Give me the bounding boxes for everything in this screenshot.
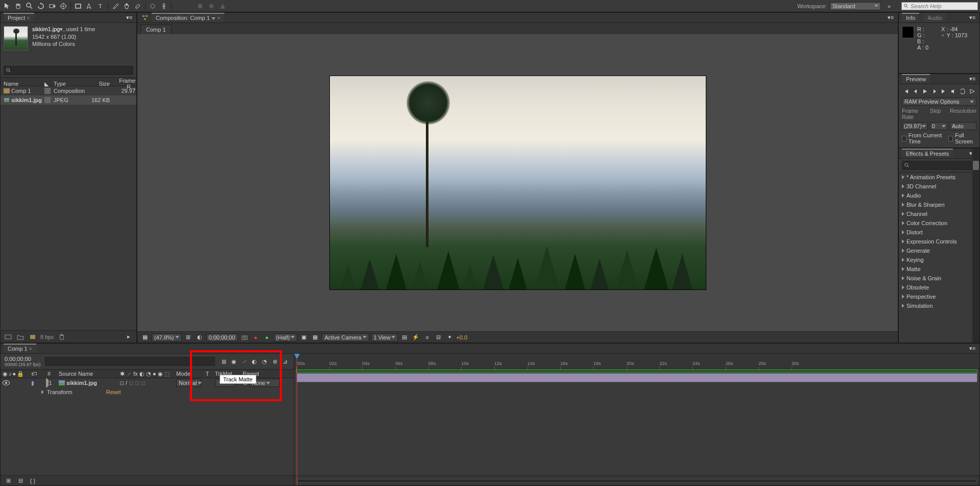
project-row-comp[interactable]: Comp 1 Composition 29.97	[1, 86, 136, 95]
effect-category-item[interactable]: Obsolete	[899, 283, 979, 292]
framerate-input[interactable]: (29.97)	[902, 122, 928, 130]
workspace-menu-icon[interactable]: »	[884, 2, 894, 11]
comp-mini-flowchart-icon[interactable]: ⊞	[219, 357, 228, 366]
motion-blur-icon[interactable]: ◔	[260, 357, 269, 366]
panel-menu-icon[interactable]: ▾≡	[125, 14, 133, 21]
preview-tab[interactable]: Preview	[902, 74, 930, 83]
transparency-grid-icon[interactable]: ▦	[310, 333, 320, 342]
effect-category-item[interactable]: Generate	[899, 246, 979, 255]
playhead[interactable]	[297, 354, 297, 485]
tool-option-2[interactable]	[206, 2, 217, 11]
rotation-tool[interactable]	[36, 2, 46, 11]
tool-option-3[interactable]	[218, 2, 228, 11]
eye-icon[interactable]	[3, 380, 10, 385]
panel-menu-icon[interactable]: ▾≡	[968, 76, 976, 83]
pen-tool[interactable]	[84, 2, 94, 11]
skip-input[interactable]: 0	[930, 122, 948, 130]
first-frame-btn[interactable]	[902, 87, 911, 95]
workspace-select[interactable]: Standard	[830, 2, 881, 10]
puppet-tool[interactable]	[159, 2, 169, 11]
panel-menu-icon[interactable]: ▾≡	[887, 14, 895, 21]
effects-search[interactable]	[902, 161, 976, 170]
transform-property-row[interactable]: Transform Reset	[1, 387, 294, 397]
effect-category-item[interactable]: Distort	[899, 228, 979, 237]
graph-editor-icon[interactable]: ⊿	[280, 357, 290, 366]
search-help-field[interactable]	[901, 2, 978, 10]
audio-tab[interactable]: Audio	[923, 13, 946, 22]
resolution-input[interactable]: Auto	[950, 122, 976, 130]
effect-category-item[interactable]: Color Correction	[899, 218, 979, 228]
panel-menu-icon[interactable]: ▾≡	[968, 345, 976, 352]
current-timecode[interactable]: 0;00;00;00 00000 (29.97 fps)	[5, 356, 41, 367]
fast-preview-icon[interactable]: ⚡	[411, 333, 420, 342]
frame-blend-icon[interactable]: ◐	[250, 357, 259, 366]
roto-brush-tool[interactable]	[148, 2, 158, 11]
safe-zones-icon[interactable]: ⊞	[184, 333, 193, 342]
new-comp-icon[interactable]	[28, 333, 37, 341]
zoom-select[interactable]: (47.8%)	[152, 333, 182, 342]
effect-category-item[interactable]: Blur & Sharpen	[899, 200, 979, 209]
text-tool[interactable]: T	[95, 2, 106, 11]
flowchart-icon[interactable]	[140, 14, 150, 22]
selection-tool[interactable]	[2, 2, 12, 11]
effects-tab[interactable]: Effects & Presets	[902, 149, 953, 158]
pixel-aspect-icon[interactable]: ▤	[400, 333, 409, 342]
comp-timecode[interactable]: 0;00;00;00	[206, 333, 238, 342]
blend-mode-select[interactable]: Normal	[176, 379, 201, 387]
project-filter[interactable]	[4, 66, 133, 75]
camera-select[interactable]: Active Camera	[322, 333, 369, 342]
full-screen-checkbox[interactable]: Full Screen	[948, 132, 976, 144]
timeline-icon[interactable]: ≡	[422, 333, 432, 342]
delete-icon[interactable]	[57, 333, 66, 341]
effect-category-item[interactable]: Keying	[899, 255, 979, 264]
work-area-bar[interactable]	[296, 369, 977, 373]
effects-scrollbar[interactable]	[972, 149, 979, 343]
tool-option-1[interactable]	[195, 2, 205, 11]
eraser-tool[interactable]	[133, 2, 143, 11]
play-btn[interactable]	[921, 87, 929, 95]
bpc-label[interactable]: 8 bpc	[40, 334, 54, 340]
timeline-tab[interactable]: Comp 1 ×	[4, 344, 36, 353]
toggle-in-out-icon[interactable]: { }	[28, 477, 37, 485]
scroll-right-icon[interactable]: ▸	[124, 333, 133, 341]
camera-tool[interactable]	[47, 2, 57, 11]
reset-link[interactable]: Reset	[106, 389, 121, 395]
brainstorm-icon[interactable]: ⊛	[270, 357, 279, 366]
reset-exposure-icon[interactable]: ✦	[445, 333, 454, 342]
effect-category-item[interactable]: Perspective	[899, 292, 979, 301]
effect-category-item[interactable]: * Animation Presets	[899, 173, 979, 182]
rectangle-tool[interactable]	[73, 2, 83, 11]
ram-preview-btn[interactable]	[968, 87, 977, 95]
hide-shy-icon[interactable]: ⟋	[240, 357, 249, 366]
mask-icon[interactable]: ◐	[195, 333, 204, 342]
exposure-value[interactable]: +0.0	[456, 334, 467, 341]
toggle-switches-icon[interactable]: ⊞	[4, 477, 13, 485]
toggle-modes-icon[interactable]: ⊟	[16, 477, 25, 485]
resolution-select[interactable]: (Half)	[274, 333, 298, 342]
effect-category-item[interactable]: Simulation	[899, 301, 979, 310]
panel-menu-icon[interactable]: ▾≡	[968, 14, 976, 21]
effect-category-item[interactable]: Matte	[899, 264, 979, 274]
composition-viewer[interactable]	[137, 34, 898, 331]
composition-header-tab[interactable]: Composition: Comp 1 ×	[152, 13, 224, 22]
clone-stamp-tool[interactable]	[122, 2, 132, 11]
search-help-input[interactable]	[911, 3, 975, 9]
always-preview-icon[interactable]: ▦	[140, 333, 150, 342]
zoom-tool[interactable]	[25, 2, 35, 11]
interpret-footage-icon[interactable]	[4, 333, 13, 341]
from-current-checkbox[interactable]: From Current Time	[902, 132, 944, 144]
brush-tool[interactable]	[110, 2, 121, 11]
project-row-image[interactable]: sikkim1.jpg JPEG 162 KB	[1, 95, 136, 105]
effect-category-item[interactable]: Noise & Grain	[899, 274, 979, 283]
comp-tab[interactable]: Comp 1	[140, 25, 172, 34]
ram-preview-select[interactable]: RAM Preview Options	[902, 98, 976, 106]
new-folder-icon[interactable]	[16, 333, 25, 341]
mute-btn[interactable]	[949, 87, 958, 95]
prev-frame-btn[interactable]	[912, 87, 920, 95]
effect-category-item[interactable]: 3D Channel	[899, 182, 979, 191]
time-ruler[interactable]: :00s02s04s06s08s10s12s14s16s18s20s22s24s…	[294, 354, 979, 369]
last-frame-btn[interactable]	[940, 87, 948, 95]
pan-behind-tool[interactable]	[58, 2, 68, 11]
flowchart-icon[interactable]: ⊟	[434, 333, 443, 342]
info-tab[interactable]: Info	[902, 13, 919, 22]
